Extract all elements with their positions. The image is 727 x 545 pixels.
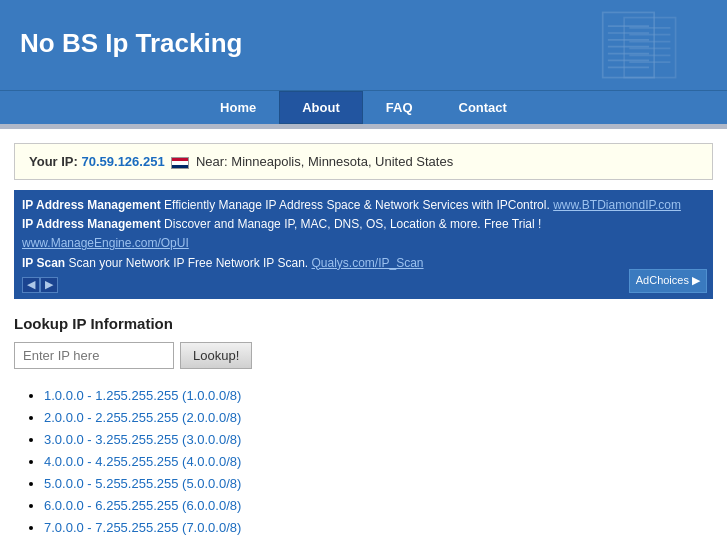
ad-line-1: IP Address Management Efficiently Manage… — [22, 196, 705, 215]
list-item: 3.0.0.0 - 3.255.255.255 (3.0.0.0/8) — [44, 429, 713, 451]
ip-range-link[interactable]: 1.0.0.0 - 1.255.255.255 (1.0.0.0/8) — [44, 388, 241, 403]
nav-separator — [0, 124, 727, 129]
list-item: 5.0.0.0 - 5.255.255.255 (5.0.0.0/8) — [44, 473, 713, 495]
ip-range-link[interactable]: 2.0.0.0 - 2.255.255.255 (2.0.0.0/8) — [44, 410, 241, 425]
ad-prev-arrow[interactable]: ◀ — [22, 277, 40, 293]
ip-info-box: Your IP: 70.59.126.251 Near: Minneapolis… — [14, 143, 713, 180]
list-item: 2.0.0.0 - 2.255.255.255 (2.0.0.0/8) — [44, 407, 713, 429]
nav-contact[interactable]: Contact — [436, 91, 530, 124]
ip-range-link[interactable]: 5.0.0.0 - 5.255.255.255 (5.0.0.0/8) — [44, 476, 241, 491]
ip-range-link[interactable]: 3.0.0.0 - 3.255.255.255 (3.0.0.0/8) — [44, 432, 241, 447]
header: No BS Ip Tracking — [0, 0, 727, 90]
ip-range-link[interactable]: 6.0.0.0 - 6.255.255.255 (6.0.0.0/8) — [44, 498, 241, 513]
lookup-form: Lookup! — [14, 342, 713, 369]
list-item: 7.0.0.0 - 7.255.255.255 (7.0.0.0/8) — [44, 517, 713, 539]
ip-location: Minneapolis, Minnesota, United States — [231, 154, 453, 169]
nav-faq[interactable]: FAQ — [363, 91, 436, 124]
list-item: 6.0.0.0 - 6.255.255.255 (6.0.0.0/8) — [44, 495, 713, 517]
ad-2-link[interactable]: www.ManageEngine.com/OpUI — [22, 236, 189, 250]
lookup-title: Lookup IP Information — [14, 315, 713, 332]
ad-1-text: Efficiently Manage IP Address Space & Ne… — [164, 198, 550, 212]
ip-lookup-input[interactable] — [14, 342, 174, 369]
ip-address: 70.59.126.251 — [82, 154, 165, 169]
list-item: 4.0.0.0 - 4.255.255.255 (4.0.0.0/8) — [44, 451, 713, 473]
ad-nav-arrows: ◀ ▶ — [22, 277, 705, 293]
ad-line-2: IP Address Management Discover and Manag… — [22, 215, 705, 253]
ad-banner: IP Address Management Efficiently Manage… — [14, 190, 713, 299]
nav-home[interactable]: Home — [197, 91, 279, 124]
ip-range-list: 1.0.0.0 - 1.255.255.255 (1.0.0.0/8) 2.0.… — [14, 385, 713, 545]
us-flag-icon — [171, 157, 189, 169]
ad-2-text: Discover and Manage IP, MAC, DNS, OS, Lo… — [164, 217, 541, 231]
near-label: Near: — [196, 154, 228, 169]
ip-range-link[interactable]: 7.0.0.0 - 7.255.255.255 (7.0.0.0/8) — [44, 520, 241, 535]
ad-1-link[interactable]: www.BTDiamondIP.com — [553, 198, 681, 212]
site-title: No BS Ip Tracking — [20, 18, 707, 71]
ad-1-bold: IP Address Management — [22, 198, 161, 212]
lookup-section: Lookup IP Information Lookup! 1.0.0.0 - … — [14, 315, 713, 545]
ad-3-bold: IP Scan — [22, 256, 65, 270]
list-item: 1.0.0.0 - 1.255.255.255 (1.0.0.0/8) — [44, 385, 713, 407]
ad-line-3: IP Scan Scan your Network IP Free Networ… — [22, 254, 705, 273]
ad-choices-label[interactable]: AdChoices ▶ — [629, 269, 707, 293]
your-ip-label: Your IP: — [29, 154, 78, 169]
list-item: 8.0.0.0 - 8.255.255.255 (8.0.0.0/8) — [44, 539, 713, 545]
lookup-button[interactable]: Lookup! — [180, 342, 252, 369]
ad-2-bold: IP Address Management — [22, 217, 161, 231]
ad-next-arrow[interactable]: ▶ — [40, 277, 58, 293]
ad-3-link[interactable]: Qualys.com/IP_Scan — [311, 256, 423, 270]
ip-range-link[interactable]: 4.0.0.0 - 4.255.255.255 (4.0.0.0/8) — [44, 454, 241, 469]
nav-about[interactable]: About — [279, 91, 363, 124]
ad-3-text: Scan your Network IP Free Network IP Sca… — [68, 256, 308, 270]
nav-bar: Home About FAQ Contact — [0, 90, 727, 124]
